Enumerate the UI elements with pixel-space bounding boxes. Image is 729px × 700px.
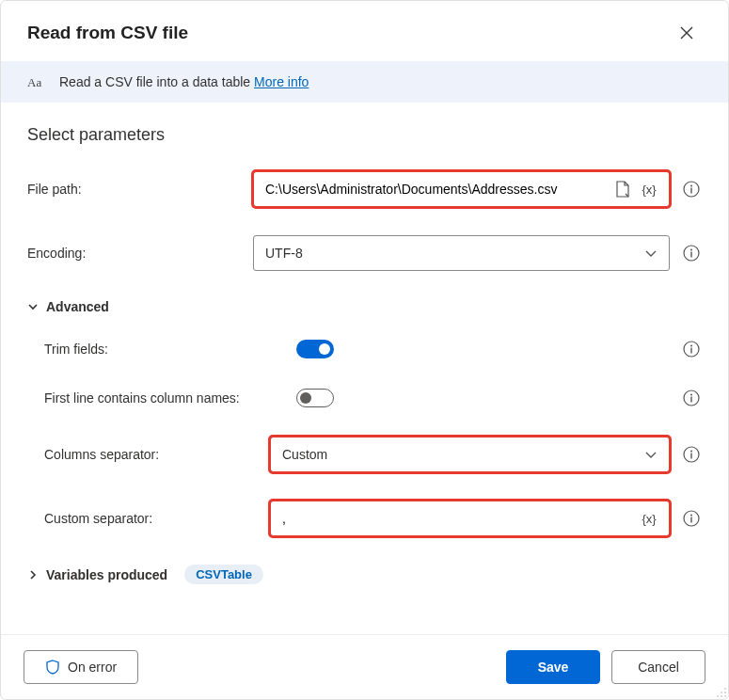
banner-text: Read a CSV file into a data table More i… bbox=[59, 74, 309, 89]
custom-separator-info[interactable] bbox=[681, 508, 702, 529]
svg-rect-3 bbox=[690, 188, 691, 194]
info-icon bbox=[683, 510, 700, 527]
svg-point-14 bbox=[690, 451, 692, 453]
file-path-input[interactable] bbox=[263, 181, 607, 198]
dialog-body: Select parameters File path: {x} bbox=[1, 103, 728, 634]
columns-separator-info[interactable] bbox=[681, 444, 702, 465]
first-line-label: First line contains column names: bbox=[44, 390, 296, 406]
variables-produced-toggle[interactable]: Variables produced CSVTable bbox=[27, 565, 702, 584]
custom-separator-input[interactable] bbox=[280, 510, 633, 527]
browse-file-button[interactable] bbox=[612, 179, 633, 199]
on-error-button[interactable]: On error bbox=[24, 650, 138, 684]
chevron-down-icon bbox=[27, 301, 39, 312]
columns-separator-select[interactable]: Custom bbox=[270, 437, 670, 472]
columns-separator-row: Columns separator: Custom bbox=[44, 437, 702, 472]
custom-separator-label: Custom separator: bbox=[44, 511, 270, 526]
encoding-value: UTF-8 bbox=[265, 246, 303, 261]
encoding-select[interactable]: UTF-8 bbox=[253, 235, 670, 271]
svg-point-17 bbox=[690, 515, 692, 517]
first-line-toggle[interactable] bbox=[296, 389, 334, 407]
text-icon: Aa bbox=[27, 74, 46, 89]
info-icon bbox=[683, 446, 700, 463]
svg-point-21 bbox=[724, 692, 726, 693]
columns-separator-label: Columns separator: bbox=[44, 447, 270, 462]
svg-text:Aa: Aa bbox=[27, 75, 41, 89]
svg-point-19 bbox=[724, 688, 726, 690]
svg-point-11 bbox=[690, 394, 692, 396]
dialog-title: Read from CSV file bbox=[27, 23, 188, 43]
chevron-down-icon bbox=[644, 247, 658, 260]
variable-picker-button[interactable]: {x} bbox=[639, 179, 659, 199]
trim-fields-toggle[interactable] bbox=[296, 340, 334, 358]
info-icon bbox=[683, 245, 700, 262]
encoding-row: Encoding: UTF-8 bbox=[27, 235, 702, 271]
columns-separator-value: Custom bbox=[282, 447, 327, 462]
custom-separator-input-wrapper: {x} bbox=[270, 501, 670, 536]
svg-point-8 bbox=[690, 345, 692, 347]
variable-icon: {x} bbox=[642, 183, 656, 197]
chevron-down-icon bbox=[644, 448, 658, 461]
close-button[interactable] bbox=[672, 18, 702, 48]
first-line-info[interactable] bbox=[681, 388, 702, 408]
dialog-header: Read from CSV file bbox=[1, 1, 728, 61]
cancel-button[interactable]: Cancel bbox=[611, 650, 705, 684]
trim-fields-row: Trim fields: bbox=[44, 339, 702, 359]
file-path-input-wrapper: {x} bbox=[253, 171, 670, 207]
variables-produced-label: Variables produced bbox=[46, 567, 167, 582]
advanced-label: Advanced bbox=[46, 299, 109, 314]
advanced-toggle[interactable]: Advanced bbox=[27, 299, 702, 314]
svg-point-22 bbox=[717, 695, 719, 697]
close-icon bbox=[680, 26, 693, 40]
toggle-knob bbox=[319, 343, 330, 355]
advanced-section: Trim fields: First line contains column … bbox=[27, 339, 702, 536]
file-path-info[interactable] bbox=[681, 179, 702, 199]
file-path-row: File path: {x} bbox=[27, 171, 702, 207]
svg-rect-18 bbox=[690, 517, 691, 523]
encoding-label: Encoding: bbox=[27, 246, 253, 261]
variable-badge[interactable]: CSVTable bbox=[184, 565, 263, 584]
svg-point-23 bbox=[721, 695, 722, 697]
variable-picker-button[interactable]: {x} bbox=[639, 508, 659, 529]
svg-rect-12 bbox=[690, 397, 691, 403]
encoding-info[interactable] bbox=[681, 243, 702, 263]
trim-fields-label: Trim fields: bbox=[44, 342, 296, 357]
chevron-right-icon bbox=[27, 569, 39, 581]
save-button[interactable]: Save bbox=[506, 650, 600, 684]
resize-grip-icon[interactable] bbox=[714, 685, 727, 698]
dialog: Read from CSV file Aa Read a CSV file in… bbox=[0, 0, 729, 700]
file-icon bbox=[615, 181, 630, 198]
variable-icon: {x} bbox=[642, 512, 656, 526]
section-title: Select parameters bbox=[27, 125, 702, 145]
shield-icon bbox=[45, 660, 60, 675]
svg-rect-9 bbox=[690, 348, 691, 354]
footer-right: Save Cancel bbox=[506, 650, 705, 684]
svg-point-24 bbox=[724, 695, 726, 697]
custom-separator-row: Custom separator: {x} bbox=[44, 501, 702, 536]
dialog-footer: On error Save Cancel bbox=[1, 634, 728, 699]
file-path-label: File path: bbox=[27, 182, 253, 197]
svg-rect-6 bbox=[690, 252, 691, 258]
svg-point-5 bbox=[690, 249, 692, 251]
svg-point-2 bbox=[690, 185, 692, 187]
info-icon bbox=[683, 181, 700, 198]
svg-point-20 bbox=[721, 692, 722, 693]
svg-rect-15 bbox=[690, 453, 691, 459]
trim-fields-info[interactable] bbox=[681, 339, 702, 359]
info-banner: Aa Read a CSV file into a data table Mor… bbox=[1, 61, 728, 103]
first-line-row: First line contains column names: bbox=[44, 388, 702, 408]
info-icon bbox=[683, 341, 700, 358]
info-icon bbox=[683, 390, 700, 406]
more-info-link[interactable]: More info bbox=[254, 74, 309, 89]
toggle-knob bbox=[300, 392, 311, 404]
